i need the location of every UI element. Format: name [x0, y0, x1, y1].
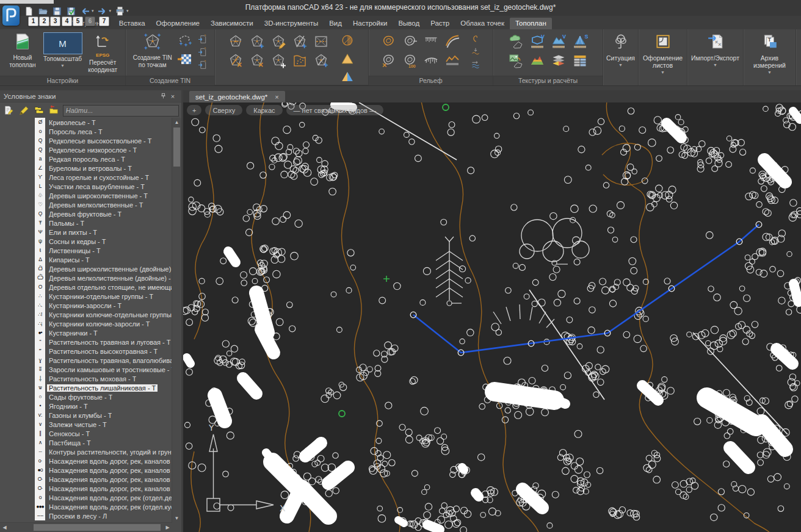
contour-delete-icon[interactable]: ×	[380, 52, 396, 68]
symbol-item-20[interactable]: ∴Кустарники-отдельные группы - Т	[0, 292, 172, 301]
vertical-scrollbar[interactable]: ▲ ▼	[172, 118, 181, 523]
tin-move-vertex-icon[interactable]	[270, 52, 286, 68]
symbol-item-25[interactable]: "Растительность травяная и луговая - Т	[0, 337, 172, 347]
symbol-item-28[interactable]: ʬЗаросли камышовые и тростниковые - Т	[0, 365, 172, 374]
tin-add-breakline-icon[interactable]: +	[292, 34, 308, 49]
save-file-icon[interactable]	[51, 5, 62, 16]
symbol-item-17[interactable]: ѽДеревья широколиственные (двойные) - Т	[0, 264, 172, 273]
ribbon-tab-вставка[interactable]: Вставка	[114, 18, 151, 29]
profile-icon[interactable]	[444, 52, 460, 68]
qat-overflow-icon[interactable]: ▾	[126, 9, 129, 13]
symbol-item-41[interactable]: O·Насаждения вдоль дорог, рек, каналов (…	[0, 484, 172, 493]
ribbon-tab-топоплан[interactable]: Топоплан	[510, 18, 552, 29]
symbol-item-15[interactable]: ŧЛиственницы - Т	[0, 246, 172, 255]
redo-icon[interactable]	[97, 5, 108, 16]
tin-add-edge-icon[interactable]: +	[313, 52, 329, 68]
texture-image-icon[interactable]	[508, 52, 524, 68]
linked-views-pill[interactable]: — нет связанных видов —	[286, 105, 383, 115]
symbol-item-18[interactable]: ѼДеревья мелколиственные (двойные) - Т	[0, 273, 172, 282]
tin-boundary-icon[interactable]	[313, 34, 329, 49]
contour-create-icon[interactable]	[380, 34, 396, 49]
tin-delete-vertex-icon[interactable]: ×	[249, 52, 265, 68]
tin-import-mesh-icon[interactable]	[197, 46, 208, 57]
save-all-icon[interactable]	[65, 5, 76, 16]
symbol-item-37[interactable]: ┈Контуры растительности, угодий и грунто	[0, 447, 172, 456]
symbol-item-16[interactable]: ΔКипарисы - Т	[0, 255, 172, 264]
tin-import-points-icon[interactable]	[197, 59, 208, 70]
symbol-item-24[interactable]: ●•Кустарнички - Т	[0, 328, 172, 337]
ribbon-tab-облака-точек[interactable]: Облака точек	[455, 18, 510, 29]
viewport-menu-pill[interactable]: +	[187, 105, 201, 115]
ribbon-tab-растр[interactable]: Растр	[425, 18, 455, 29]
импорт-экспорт-button[interactable]: ××Импорт/Экспорт▼	[687, 29, 744, 85]
print-icon[interactable]	[114, 5, 125, 16]
symbol-item-34[interactable]: ∨Залежи чистые - Т	[0, 420, 172, 429]
symbol-item-30[interactable]: ѡРастительность лишайниковая - Т	[0, 383, 172, 392]
calc-table-icon[interactable]	[572, 52, 588, 68]
symbol-item-32[interactable]: •Ягодники - Т	[0, 401, 172, 411]
scroll-left-icon[interactable]: ◀	[0, 523, 9, 532]
create-symbol-icon[interactable]	[2, 104, 15, 117]
horizontal-scroll-thumb[interactable]	[34, 524, 161, 531]
symbol-item-9[interactable]: ♧Деревья широколиственные - Т	[0, 191, 172, 200]
создание-tin-по-точкам-button[interactable]: ++++Создание TIN по точкам	[132, 31, 173, 68]
symbol-item-27[interactable]: ɣРастительность травяная, влаголюбивая	[0, 356, 172, 365]
tin-import-surface-icon[interactable]	[197, 34, 208, 45]
symbol-item-21[interactable]: ∴.Кустарники-заросли - Т	[0, 301, 172, 310]
symbol-item-4[interactable]: QРедколесье низкорослое - Т	[0, 145, 172, 154]
symbol-item-7[interactable]: ƳЛеса горелые и сухостойные - Т	[0, 173, 172, 182]
symbol-item-38[interactable]: o·Насаждения вдоль дорог, рек, каналов (…	[0, 456, 172, 466]
document-tab[interactable]: set_iz_geotochek.dwg* ×	[189, 91, 285, 102]
ribbon-tab-вид[interactable]: Вид	[324, 18, 347, 29]
symbol-library-icon[interactable]	[32, 104, 45, 117]
symbol-item-33[interactable]: ѵ.Газоны и клумбы - Т	[0, 411, 172, 420]
view-direction-pill[interactable]: Сверху	[205, 105, 242, 115]
scroll-up-icon[interactable]: ▲	[172, 118, 181, 127]
tin-cloud-icon[interactable]: +++	[177, 34, 193, 49]
pin-icon[interactable]	[158, 92, 168, 101]
vertical-scroll-thumb[interactable]	[173, 128, 180, 167]
drawing-canvas[interactable]: YX	[183, 102, 801, 532]
symbol-item-19[interactable]: OДеревья отдельно стоящие, не имеющие	[0, 282, 172, 292]
visual-style-pill[interactable]: Каркас	[246, 105, 282, 115]
ribbon-tab-вывод[interactable]: Вывод	[393, 18, 425, 29]
close-icon[interactable]: ×	[168, 92, 178, 101]
symbol-item-23[interactable]: ∴¡Кустарники колючие-заросли - Т	[0, 319, 172, 328]
symbol-item-42[interactable]: oНасаждения вдоль дорог, рек (отдел.дере	[0, 493, 172, 502]
tin-hole-icon[interactable]	[292, 52, 308, 68]
scroll-down-icon[interactable]: ▼	[172, 514, 181, 523]
symbol-item-36[interactable]: ∧Пастбища - Т	[0, 438, 172, 447]
symbol-item-10[interactable]: ♡Деревья мелколиственные - Т	[0, 200, 172, 209]
open-file-icon[interactable]	[37, 5, 48, 16]
contour-100-icon[interactable]: 100	[402, 52, 418, 68]
symbol-item-26[interactable]: ‴Растительность высокотравная - Т	[0, 347, 172, 356]
search-input[interactable]	[63, 105, 179, 117]
symbol-item-39[interactable]: ●oНасаждения вдоль дорог, рек, каналов (…	[0, 466, 172, 475]
tin-delete-edge-icon[interactable]: ×	[228, 52, 244, 68]
symbol-item-3[interactable]: QРедколесье высокоствольное - Т	[0, 136, 172, 145]
arc-icon[interactable]	[444, 34, 460, 49]
symbol-item-14[interactable]: ψСосны и кедры - Т	[0, 237, 172, 246]
model-viewport[interactable]: + Сверху Каркас — нет связанных видов — …	[183, 102, 801, 532]
tin-raster-icon[interactable]	[177, 51, 193, 67]
ситуация-button[interactable]: Ситуация▼	[603, 29, 639, 85]
tin-add-vertex-icon[interactable]: +	[249, 34, 265, 49]
draw-symbol-icon[interactable]	[18, 104, 31, 117]
slope-comb-icon[interactable]	[423, 52, 439, 68]
пересч-т-координат-button[interactable]: EPSGПересчёт координат	[82, 31, 123, 73]
symbol-item-43[interactable]: ●●●Насаждения вдоль дорог, рек (отдел.ку…	[0, 502, 172, 511]
layers-icon[interactable]	[551, 52, 567, 68]
ribbon-tab-зависимости[interactable]: Зависимости	[205, 18, 259, 29]
waves-icon[interactable]	[470, 59, 481, 70]
tin-edge-dashed-icon[interactable]	[228, 34, 244, 49]
symbol-item-40[interactable]: O·Насаждения вдоль дорог, рек, каналов (…	[0, 475, 172, 484]
volume-mount-icon[interactable]: V	[551, 34, 567, 49]
tin-edit-vertex-icon[interactable]	[270, 34, 286, 49]
undo-icon[interactable]	[79, 5, 90, 16]
ribbon-tab-оформление[interactable]: Оформление	[151, 18, 205, 29]
symbol-item-29[interactable]: .|.Растительность моховая - Т	[0, 374, 172, 383]
symbol-item-6[interactable]: ∠Буреломы и ветровалы - Т	[0, 164, 172, 173]
symbol-item-13[interactable]: ΨЕли и пихты - Т	[0, 228, 172, 237]
symbol-item-35[interactable]: ||Сенокосы - Т	[0, 429, 172, 438]
redo-dropdown-icon[interactable]: ▾	[109, 9, 112, 13]
